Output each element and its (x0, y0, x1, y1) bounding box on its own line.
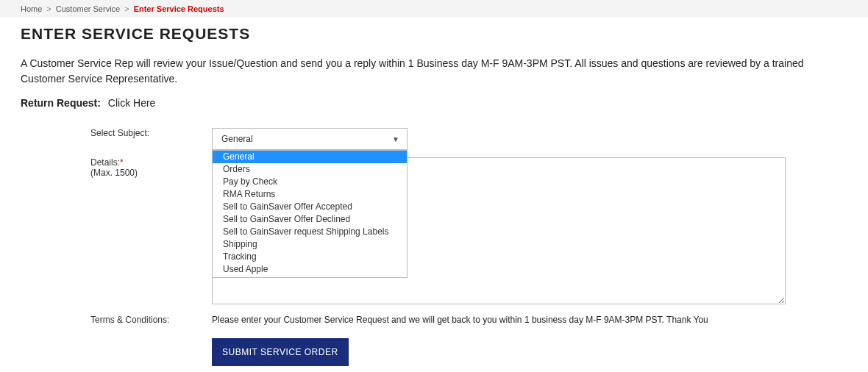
subject-option[interactable]: General (213, 151, 407, 163)
details-label: Details: (90, 157, 120, 168)
terms-text: Please enter your Customer Service Reque… (212, 315, 847, 325)
chevron-down-icon: ▼ (392, 135, 399, 143)
submit-button[interactable]: SUBMIT SERVICE ORDER (212, 338, 349, 366)
subject-select-value: General (221, 134, 253, 144)
subject-option[interactable]: Pay by Check (213, 176, 407, 188)
subject-option[interactable]: Sell to GainSaver request Shipping Label… (213, 226, 407, 238)
subject-option[interactable]: Sell to GainSaver Offer Declined (213, 213, 407, 226)
breadcrumb-home[interactable]: Home (21, 4, 42, 13)
page-title: ENTER SERVICE REQUESTS (21, 25, 847, 43)
subject-label: Select Subject: (21, 128, 212, 150)
required-asterisk-icon: * (120, 157, 124, 168)
subject-option[interactable]: Used Apple (213, 263, 407, 276)
subject-option[interactable]: RMA Returns (213, 188, 407, 201)
subject-select[interactable]: General ▼ (212, 128, 408, 150)
details-max: (Max. 1500) (90, 168, 138, 178)
terms-label: Terms & Conditions: (21, 315, 212, 366)
subject-option[interactable]: Shipping (213, 238, 407, 251)
intro-text: A Customer Service Rep will review your … (21, 56, 847, 87)
subject-dropdown-list[interactable]: General Orders Pay by Check RMA Returns … (212, 150, 408, 278)
subject-option[interactable]: Orders (213, 163, 407, 176)
breadcrumb-sep-icon: > (124, 4, 129, 13)
breadcrumb-sep-icon: > (46, 4, 51, 13)
breadcrumb: Home > Customer Service > Enter Service … (0, 0, 868, 18)
return-request-link[interactable]: Click Here (108, 97, 156, 109)
breadcrumb-current: Enter Service Requests (134, 4, 224, 13)
return-request-label: Return Request: (21, 97, 101, 109)
breadcrumb-customer-service[interactable]: Customer Service (56, 4, 120, 13)
subject-option[interactable]: Sell to GainSaver Offer Accepted (213, 201, 407, 213)
return-line: Return Request: Click Here (21, 97, 847, 109)
subject-option[interactable]: Tracking (213, 251, 407, 263)
